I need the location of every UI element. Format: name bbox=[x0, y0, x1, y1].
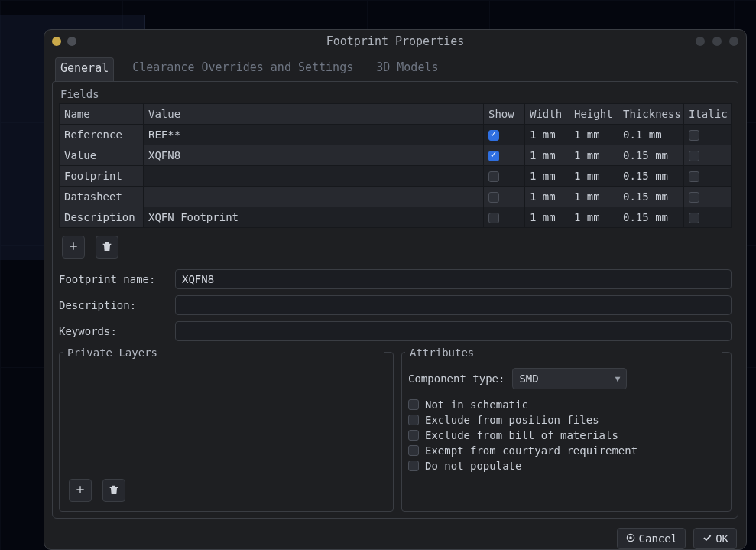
col-name[interactable]: Name bbox=[60, 104, 144, 125]
cell-italic[interactable] bbox=[684, 166, 732, 187]
italic-checkbox[interactable] bbox=[689, 130, 699, 141]
cell-thickness[interactable]: 0.15 mm bbox=[618, 166, 684, 187]
footprint-name-input[interactable] bbox=[175, 269, 732, 289]
cell-value[interactable] bbox=[144, 166, 484, 187]
show-checkbox[interactable] bbox=[488, 213, 499, 223]
tab-general[interactable]: General bbox=[55, 57, 114, 81]
col-height[interactable]: Height bbox=[569, 104, 618, 125]
cell-thickness[interactable]: 0.1 mm bbox=[618, 125, 684, 145]
dialog-title: Footprint Properties bbox=[44, 34, 746, 48]
attribute-check-row: Exclude from bill of materials bbox=[408, 429, 725, 441]
cell-height[interactable]: 1 mm bbox=[569, 145, 618, 166]
table-row[interactable]: ReferenceREF**1 mm1 mm0.1 mm bbox=[60, 125, 732, 145]
footprint-name-label: Footprint name: bbox=[59, 273, 169, 285]
cell-name[interactable]: Value bbox=[60, 145, 144, 166]
attribute-check-row: Exempt from courtyard requirement bbox=[408, 444, 725, 457]
cell-height[interactable]: 1 mm bbox=[569, 207, 618, 228]
cell-thickness[interactable]: 0.15 mm bbox=[618, 207, 684, 228]
cell-name[interactable]: Reference bbox=[60, 125, 144, 145]
col-thickness[interactable]: Thickness bbox=[618, 104, 684, 125]
attribute-checkbox[interactable] bbox=[408, 399, 419, 410]
component-type-select[interactable]: SMD ▼ bbox=[512, 368, 627, 389]
description-input[interactable] bbox=[175, 295, 732, 315]
keywords-input[interactable] bbox=[175, 321, 732, 341]
attribute-check-row: Do not populate bbox=[408, 460, 725, 472]
delete-field-button[interactable] bbox=[96, 236, 118, 259]
svg-point-1 bbox=[629, 536, 632, 539]
cell-height[interactable]: 1 mm bbox=[569, 187, 618, 207]
dialog-titlebar[interactable]: Footprint Properties bbox=[44, 30, 746, 53]
italic-checkbox[interactable] bbox=[689, 192, 699, 203]
cell-thickness[interactable]: 0.15 mm bbox=[618, 145, 684, 166]
window-close[interactable] bbox=[729, 37, 738, 46]
tab-bar: General Clearance Overrides and Settings… bbox=[44, 53, 746, 81]
attributes-group: Attributes Component type: SMD ▼ Not in … bbox=[401, 352, 732, 512]
cell-thickness[interactable]: 0.15 mm bbox=[618, 187, 684, 207]
italic-checkbox[interactable] bbox=[689, 171, 699, 182]
chevron-down-icon: ▼ bbox=[615, 374, 621, 384]
cancel-button[interactable]: Cancel bbox=[617, 528, 686, 549]
cell-show[interactable] bbox=[484, 166, 525, 187]
plus-icon bbox=[74, 483, 86, 498]
cell-show[interactable] bbox=[484, 187, 525, 207]
ok-label: OK bbox=[715, 532, 728, 545]
component-type-label: Component type: bbox=[408, 373, 505, 385]
cell-width[interactable]: 1 mm bbox=[525, 187, 569, 207]
attribute-checkbox[interactable] bbox=[408, 445, 419, 456]
private-layers-group: Private Layers bbox=[59, 352, 394, 512]
cell-show[interactable] bbox=[484, 125, 525, 145]
italic-checkbox[interactable] bbox=[689, 151, 699, 161]
keywords-label: Keywords: bbox=[59, 325, 169, 337]
fields-table: Name Value Show Width Height Thickness I… bbox=[59, 103, 732, 228]
show-checkbox[interactable] bbox=[488, 130, 499, 141]
cell-name[interactable]: Footprint bbox=[60, 166, 144, 187]
italic-checkbox[interactable] bbox=[689, 213, 699, 223]
cell-italic[interactable] bbox=[684, 145, 732, 166]
attribute-checkbox[interactable] bbox=[408, 461, 419, 471]
window-maximize[interactable] bbox=[712, 37, 722, 46]
add-field-button[interactable] bbox=[62, 236, 85, 259]
cell-show[interactable] bbox=[484, 207, 525, 228]
col-width[interactable]: Width bbox=[525, 104, 569, 125]
show-checkbox[interactable] bbox=[488, 151, 499, 161]
cell-show[interactable] bbox=[484, 145, 525, 166]
attributes-label: Attributes bbox=[405, 347, 722, 359]
cell-width[interactable]: 1 mm bbox=[525, 145, 569, 166]
cell-italic[interactable] bbox=[684, 207, 732, 228]
table-row[interactable]: ValueXQFN81 mm1 mm0.15 mm bbox=[60, 145, 732, 166]
private-layers-list[interactable] bbox=[66, 368, 387, 476]
cell-width[interactable]: 1 mm bbox=[525, 125, 569, 145]
attribute-checkbox[interactable] bbox=[408, 430, 419, 441]
attribute-checkbox[interactable] bbox=[408, 415, 419, 425]
table-row[interactable]: DescriptionXQFN Footprint1 mm1 mm0.15 mm bbox=[60, 207, 732, 228]
cell-italic[interactable] bbox=[684, 187, 732, 207]
attribute-check-label: Do not populate bbox=[425, 460, 521, 472]
col-value[interactable]: Value bbox=[144, 104, 484, 125]
cell-name[interactable]: Description bbox=[60, 207, 144, 228]
delete-layer-button[interactable] bbox=[102, 479, 125, 502]
cell-width[interactable]: 1 mm bbox=[525, 166, 569, 187]
ok-button[interactable]: OK bbox=[693, 528, 737, 549]
trash-icon bbox=[101, 240, 113, 255]
col-show[interactable]: Show bbox=[484, 104, 525, 125]
show-checkbox[interactable] bbox=[488, 171, 499, 182]
window-minimize[interactable] bbox=[696, 37, 705, 46]
cell-value[interactable]: XQFN8 bbox=[144, 145, 484, 166]
cell-width[interactable]: 1 mm bbox=[525, 207, 569, 228]
cell-value[interactable]: XQFN Footprint bbox=[144, 207, 484, 228]
cell-height[interactable]: 1 mm bbox=[569, 166, 618, 187]
cell-italic[interactable] bbox=[684, 125, 732, 145]
add-layer-button[interactable] bbox=[69, 479, 92, 502]
private-layers-label: Private Layers bbox=[63, 347, 384, 359]
table-row[interactable]: Footprint1 mm1 mm0.15 mm bbox=[60, 166, 732, 187]
cell-value[interactable]: REF** bbox=[144, 125, 484, 145]
cell-value[interactable] bbox=[144, 187, 484, 207]
table-row[interactable]: Datasheet1 mm1 mm0.15 mm bbox=[60, 187, 732, 207]
cell-height[interactable]: 1 mm bbox=[569, 125, 618, 145]
show-checkbox[interactable] bbox=[488, 192, 499, 203]
cell-name[interactable]: Datasheet bbox=[60, 187, 144, 207]
tab-3d-models[interactable]: 3D Models bbox=[372, 57, 443, 81]
plus-icon bbox=[67, 240, 79, 255]
col-italic[interactable]: Italic bbox=[684, 104, 732, 125]
tab-clearance-overrides[interactable]: Clearance Overrides and Settings bbox=[128, 57, 358, 81]
